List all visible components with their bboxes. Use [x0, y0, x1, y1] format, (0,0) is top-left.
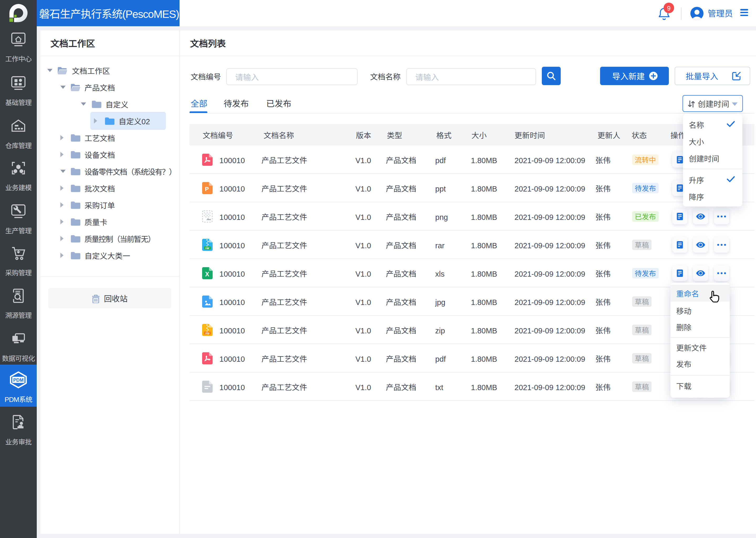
- svg-text:PDM: PDM: [13, 377, 24, 383]
- svg-text:X: X: [205, 271, 210, 278]
- svg-text:P: P: [205, 186, 209, 192]
- svg-text:zip: zip: [205, 332, 210, 335]
- svg-text:rar: rar: [206, 246, 210, 249]
